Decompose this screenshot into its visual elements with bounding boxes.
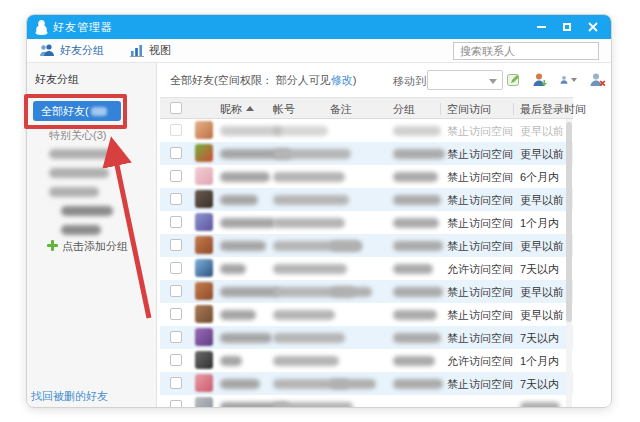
search-input[interactable] [453,42,599,60]
sidebar-redacted-group[interactable] [61,206,113,216]
delete-friend-button[interactable] [589,71,607,88]
add-group-button[interactable]: 点击添加分组 [47,239,128,254]
row-checkbox[interactable] [170,308,182,320]
redacted-group [393,356,435,366]
title-bar[interactable]: 好友管理器 [27,15,611,39]
avatar [195,282,213,300]
toolbar: 好友分组 视图 [27,39,611,63]
last-login-cell: 更早以前 [520,239,564,254]
redacted-group [393,149,445,159]
select-all-checkbox[interactable] [170,102,182,114]
row-checkbox[interactable] [170,285,182,297]
redacted-account [273,264,347,274]
sidebar-redacted-group[interactable] [49,168,109,178]
table-row[interactable] [160,395,573,407]
column-header-remark[interactable]: 备注 [330,102,352,117]
maximize-button[interactable] [561,21,573,33]
column-header-group[interactable]: 分组 [393,102,415,117]
column-header-last-login[interactable]: 最后登录时间 [520,102,586,117]
column-divider [513,103,514,115]
table-row[interactable]: 禁止访问空间 更早以前 [160,119,573,142]
redacted-group [393,264,433,274]
row-checkbox[interactable] [170,170,182,182]
space-access-cell: 禁止访问空间 [447,285,513,300]
redacted-remark [330,287,372,297]
table-row[interactable]: 允许访问空间 7天以内 [160,257,573,280]
last-login-cell: 7天以内 [520,262,559,277]
avatar [195,121,213,139]
table-row[interactable]: 禁止访问空间 更早以前 [160,142,573,165]
last-login-cell: 更早以前 [520,124,564,139]
row-checkbox[interactable] [170,377,182,389]
redacted-nickname [220,333,272,343]
redacted-account [273,126,328,136]
move-to-dropdown[interactable] [427,70,503,90]
table-row[interactable]: 禁止访问空间 6个月内 [160,165,573,188]
avatar [195,190,213,208]
row-checkbox[interactable] [170,216,182,228]
last-login-cell: 7天以内 [520,331,559,346]
column-header-space-access[interactable]: 空间访问 [447,102,491,117]
space-access-cell: 禁止访问空间 [447,331,513,346]
table-row[interactable]: 禁止访问空间 1个月内 [160,211,573,234]
column-header-nickname[interactable]: 昵称 [220,102,254,117]
redacted-account [273,310,335,320]
people-icon [39,43,55,59]
redacted-nickname [220,172,270,182]
edit-note-button[interactable] [506,71,524,88]
row-checkbox[interactable] [170,147,182,159]
last-login-cell: 1个月内 [520,216,559,231]
table-row[interactable]: 禁止访问空间 7天以内 [160,372,573,395]
avatar [195,351,213,369]
view-label: 视图 [149,43,171,58]
redacted-nickname [220,379,260,389]
sidebar-redacted-group[interactable] [49,187,99,197]
redacted-group [393,310,437,320]
friend-settings-button[interactable] [559,71,577,88]
row-checkbox[interactable] [170,124,182,136]
window-controls [535,21,603,33]
table-row[interactable]: 禁止访问空间 更早以前 [160,280,573,303]
view-tab[interactable]: 视图 [130,43,171,59]
column-header-account[interactable]: 帐号 [273,102,295,117]
redacted-account [273,402,353,407]
space-access-cell: 禁止访问空间 [447,124,513,139]
friend-table-body: 禁止访问空间 更早以前 禁止访问空间 更早以前 禁止访问空间 6个月内 禁止访问… [160,119,573,407]
table-row[interactable]: 禁止访问空间 更早以前 [160,188,573,211]
sidebar-item-special-care[interactable]: 特别关心(3) [49,128,106,143]
close-button[interactable] [587,21,599,33]
scrollbar-thumb[interactable] [566,122,572,322]
row-checkbox[interactable] [170,354,182,366]
redacted-nickname [220,356,242,366]
space-access-cell: 允许访问空间 [447,262,513,277]
table-row[interactable]: 禁止访问空间 更早以前 [160,303,573,326]
sidebar-redacted-group[interactable] [49,149,121,159]
chevron-down-icon [571,78,577,82]
friend-groups-label: 好友分组 [60,43,104,58]
sidebar-header: 好友分组 [35,72,79,87]
minimize-button[interactable] [535,21,547,33]
column-divider [440,103,441,115]
recover-deleted-friends-link[interactable]: 找回被删的好友 [31,389,108,404]
last-login-cell: 7天以内 [520,377,559,392]
row-checkbox[interactable] [170,400,182,407]
friend-manager-window: 好友管理器 好友分组 视图 [26,14,612,408]
row-checkbox[interactable] [170,239,182,251]
add-friend-button[interactable] [532,71,550,88]
sidebar-redacted-group[interactable] [61,225,101,235]
table-row[interactable]: 禁止访问空间 更早以前 [160,234,573,257]
table-row[interactable]: 允许访问空间 1个月内 [160,349,573,372]
friend-groups-tab[interactable]: 好友分组 [39,43,104,59]
redacted-remark [330,241,362,251]
redacted-remark [330,379,376,389]
row-checkbox[interactable] [170,262,182,274]
table-row[interactable]: 禁止访问空间 7天以内 [160,326,573,349]
redacted-account [273,356,339,366]
modify-link[interactable]: 修改 [331,74,353,86]
table-header: 昵称 帐号 备注 分组 空间访问 最后登录时间 [160,97,573,119]
redacted-group [393,218,439,228]
row-checkbox[interactable] [170,193,182,205]
row-checkbox[interactable] [170,331,182,343]
space-access-cell: 禁止访问空间 [447,377,513,392]
scrollbar-track[interactable] [566,119,572,407]
